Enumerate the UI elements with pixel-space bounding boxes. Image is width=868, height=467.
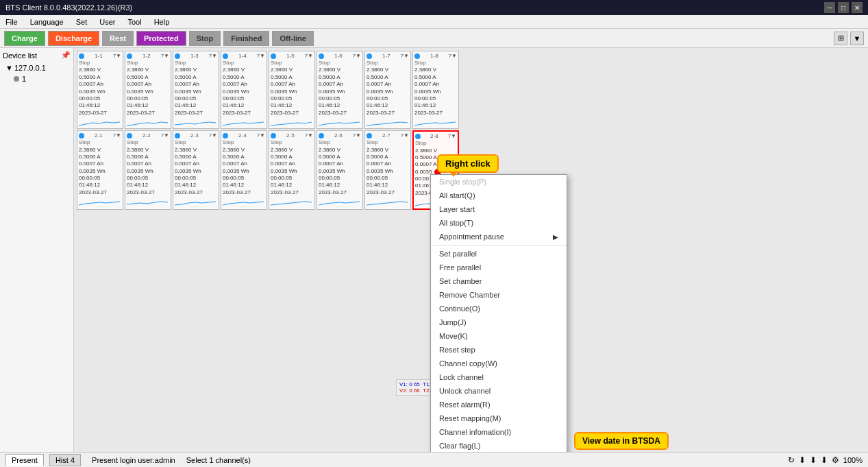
ctx-set-chamber[interactable]: Set chamber (431, 274, 567, 288)
ctx-lock-channel-label: Lock channel (439, 373, 484, 381)
sidebar-item-server[interactable]: ▼ 127.0.0.1 (3, 62, 71, 73)
download1-icon[interactable]: ⬇ (799, 455, 806, 465)
channel-data: Stop 2.3860 V 0.5000 A 0.0007 Ah 0.0035 … (79, 60, 121, 117)
window-controls: ─ □ ✕ (824, 2, 863, 13)
right-click-bubble: Right click (437, 154, 499, 173)
sidebar-pin-icon[interactable]: 📌 (61, 51, 71, 60)
finished-button[interactable]: Finished (223, 31, 269, 46)
channel-indicator (79, 133, 84, 139)
channel-card-2-2[interactable]: 2-2 7▼ Stop 2.3860 V 0.5000 A 0.0007 Ah … (125, 130, 171, 210)
ctx-reset-step[interactable]: Reset step (431, 343, 567, 357)
ctx-set-parallel-label: Set parallel (439, 250, 477, 258)
refresh-icon[interactable]: ↻ (788, 455, 795, 465)
channel-card-2-1[interactable]: 2-1 7▼ Stop 2.3860 V 0.5000 A 0.0007 Ah … (77, 130, 123, 210)
ctx-remove-chamber[interactable]: Remove Chamber (431, 288, 567, 302)
sidebar-header: Device list 📌 (3, 51, 71, 60)
channel-card-1-3[interactable]: 1-3 7▼ Stop 2.3860 V 0.5000 A 0.0007 Ah … (173, 51, 219, 129)
channel-data: Stop 2.3860 V 0.5000 A 0.0007 Ah 0.0035 … (223, 60, 265, 117)
ctx-reset-mapping[interactable]: Reset mapping(M) (431, 411, 567, 425)
minimize-button[interactable]: ─ (824, 2, 835, 13)
channel-indicator (319, 53, 324, 59)
ctx-all-stop[interactable]: All stop(T) (431, 216, 567, 230)
channel-indicator (223, 53, 228, 59)
ctx-clear-flag[interactable]: Clear flag(L) (431, 439, 567, 452)
tab-present[interactable]: Present (5, 454, 44, 466)
ctx-free-parallel[interactable]: Free parallel (431, 261, 567, 274)
ctx-layer-start[interactable]: Layer start (431, 202, 567, 216)
channel-data: Stop 2.3860 V 0.5000 A 0.0007 Ah 0.0035 … (319, 139, 361, 196)
stop-button[interactable]: Stop (189, 31, 221, 46)
server-address: 127.0.0.1 (14, 64, 46, 72)
channel-data: Stop 2.3860 V 0.5000 A 0.0007 Ah 0.0035 … (367, 139, 409, 196)
toolbar-down-icon[interactable]: ▼ (850, 32, 864, 45)
maximize-button[interactable]: □ (838, 2, 849, 13)
channel-card-1-5[interactable]: 1-5 7▼ Stop 2.3860 V 0.5000 A 0.0007 Ah … (269, 51, 315, 129)
ctx-continue[interactable]: Continue(O) (431, 302, 567, 315)
channel-card-2-5[interactable]: 2-5 7▼ Stop 2.3860 V 0.5000 A 0.0007 Ah … (269, 130, 315, 210)
ctx-unlock-channel[interactable]: Unlock channel (431, 384, 567, 398)
view-date-tooltip-label: View date in BTSDA (582, 436, 660, 446)
channel-card-1-6[interactable]: 1-6 7▼ Stop 2.3860 V 0.5000 A 0.0007 Ah … (317, 51, 363, 129)
submenu-arrow: ▶ (553, 233, 558, 241)
channel-card-1-1[interactable]: 1-1 7▼ Stop 2.3860 V 0.5000 A 0.0007 Ah … (77, 51, 123, 129)
channel-card-1-8[interactable]: 1-8 7▼ Stop 2.3860 V 0.5000 A 0.0007 Ah … (412, 51, 459, 129)
discharge-button[interactable]: Discharge (48, 31, 99, 46)
ctx-reset-alarm[interactable]: Reset alarm(R) (431, 398, 567, 411)
channel-row-1: 1-1 7▼ Stop 2.3860 V 0.5000 A 0.0007 Ah … (77, 51, 865, 129)
ctx-layer-start-label: Layer start (439, 205, 475, 213)
ctx-channel-copy[interactable]: Channel copy(W) (431, 357, 567, 370)
channel-data: Stop 2.3860 V 0.5000 A 0.0007 Ah 0.0035 … (127, 139, 169, 196)
title-bar: BTS Client 8.0.0.483(2022.12.26)(R3) ─ □… (0, 0, 868, 15)
channel-indicator (415, 134, 421, 139)
tab-hist[interactable]: Hist 4 (49, 454, 81, 466)
ctx-move-label: Move(K) (439, 332, 468, 340)
menu-set[interactable]: Set (73, 16, 90, 27)
menu-user[interactable]: User (97, 16, 118, 27)
channel-data: Stop 2.3860 V 0.5000 A 0.0007 Ah 0.0035 … (271, 60, 313, 117)
status-right: ↻ ⬇ ⬇ ⬇ ⚙ 100% (788, 455, 863, 465)
channel-data: Stop 2.3860 V 0.5000 A 0.0007 Ah 0.0035 … (223, 139, 265, 196)
ctx-all-start[interactable]: All start(Q) (431, 189, 567, 202)
ctx-lock-channel[interactable]: Lock channel (431, 370, 567, 384)
channel-card-2-4[interactable]: 2-4 7▼ Stop 2.3860 V 0.5000 A 0.0007 Ah … (221, 130, 267, 210)
ctx-channel-info[interactable]: Channel infomation(I) (431, 425, 567, 439)
channel-card-1-4[interactable]: 1-4 7▼ Stop 2.3860 V 0.5000 A 0.0007 Ah … (221, 51, 267, 129)
channel-indicator (127, 133, 132, 139)
toolbar-grid-icon[interactable]: ⊞ (834, 32, 847, 45)
toolbar: Charge Discharge Rest Protected Stop Fin… (0, 29, 868, 48)
channel-card-2-7[interactable]: 2-7 7▼ Stop 2.3860 V 0.5000 A 0.0007 Ah … (364, 130, 411, 210)
charge-button[interactable]: Charge (4, 31, 45, 46)
ctx-move[interactable]: Move(K) (431, 329, 567, 343)
channel-card-1-2[interactable]: 1-2 7▼ Stop 2.3860 V 0.5000 A 0.0007 Ah … (125, 51, 171, 129)
channel-indicator (79, 53, 84, 59)
download2-icon[interactable]: ⬇ (810, 455, 817, 465)
ctx-single-stop-label: Single stop(P) (439, 178, 486, 186)
menu-tool[interactable]: Tool (125, 16, 144, 27)
ctx-single-stop[interactable]: Single stop(P) (431, 175, 567, 189)
channel-data: Stop 2.3860 V 0.5000 A 0.0007 Ah 0.0035 … (175, 139, 217, 196)
channel-indicator (127, 53, 132, 59)
menu-language[interactable]: Language (27, 16, 66, 27)
device-status-icon (14, 76, 19, 82)
close-button[interactable]: ✕ (852, 2, 863, 13)
menu-help[interactable]: Help (151, 16, 173, 27)
sidebar-item-device[interactable]: 1 (3, 73, 71, 84)
download3-icon[interactable]: ⬇ (821, 455, 828, 465)
settings-icon[interactable]: ⚙ (832, 455, 839, 465)
menu-file[interactable]: File (3, 16, 21, 27)
rest-button[interactable]: Rest (102, 31, 134, 46)
channel-card-2-6[interactable]: 2-6 7▼ Stop 2.3860 V 0.5000 A 0.0007 Ah … (317, 130, 363, 210)
channel-indicator (223, 133, 228, 139)
ctx-set-chamber-label: Set chamber (439, 277, 482, 285)
ctx-free-parallel-label: Free parallel (439, 263, 481, 272)
ctx-jump-label: Jump(J) (439, 318, 467, 326)
channel-card-2-3[interactable]: 2-3 7▼ Stop 2.3860 V 0.5000 A 0.0007 Ah … (173, 130, 219, 210)
ctx-reset-mapping-label: Reset mapping(M) (439, 414, 501, 422)
ctx-appointment-pause[interactable]: Appointment pause ▶ (431, 230, 567, 243)
ctx-jump[interactable]: Jump(J) (431, 315, 567, 329)
ctx-set-parallel[interactable]: Set parallel (431, 247, 567, 261)
protected-button[interactable]: Protected (136, 31, 186, 46)
channel-card-1-7[interactable]: 1-7 7▼ Stop 2.3860 V 0.5000 A 0.0007 Ah … (364, 51, 411, 129)
ctx-separator-1 (431, 245, 567, 246)
offline-button[interactable]: Off-line (272, 31, 314, 46)
